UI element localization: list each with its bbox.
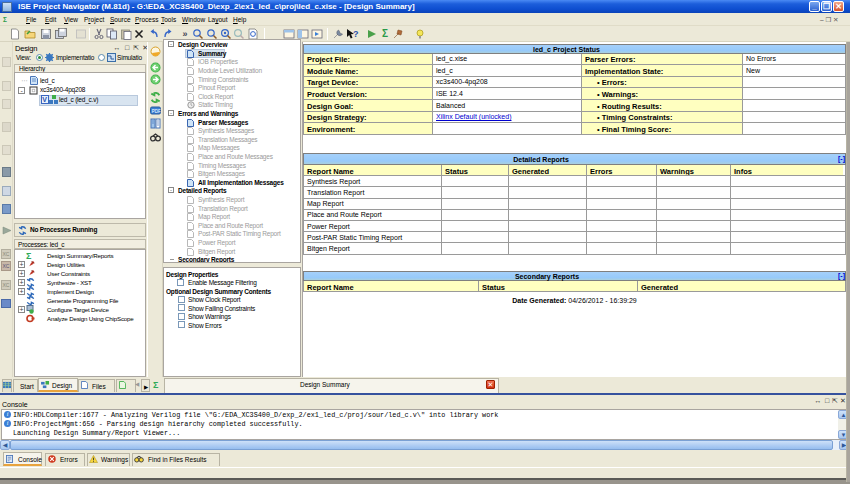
svg-text:V: V — [42, 96, 47, 103]
svg-text:PDF: PDF — [152, 109, 161, 114]
svg-text:?: ? — [353, 29, 359, 39]
